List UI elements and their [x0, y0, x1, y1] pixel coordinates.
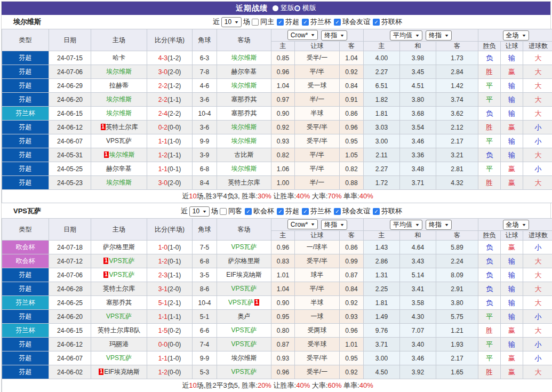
result-handicap: 赢: [501, 351, 523, 365]
odds-group-header: 全场▼: [478, 29, 552, 42]
away-team: VPS瓦萨: [217, 241, 271, 254]
fulltime-score: 1-2: [158, 258, 167, 265]
odds-source-select[interactable]: 全场▼: [503, 30, 529, 41]
halftime-score: (1-2): [167, 54, 181, 62]
fulltime-score: 3-0: [158, 179, 167, 187]
corners: 10-4: [193, 107, 217, 121]
avg-home-odds: 3.00: [364, 351, 400, 365]
handicap-home-odds: 0.96: [271, 65, 295, 79]
same-venue-checkbox[interactable]: [252, 19, 259, 26]
match-score: 2-2(1-1): [147, 93, 193, 107]
result-win-draw-loss: 平: [478, 351, 501, 365]
match-score: 2-3(1-1): [147, 268, 193, 282]
avg-draw-odds: 3.48: [400, 162, 436, 176]
league-filter-checkbox[interactable]: ✓: [245, 208, 252, 215]
corners: 3-9: [193, 148, 217, 162]
league-badge: 芬超: [2, 365, 49, 379]
team-name: VPS瓦萨: [106, 313, 132, 320]
match-score: 1-5(0-2): [147, 324, 193, 338]
league-filter-checkbox[interactable]: ✓: [277, 19, 284, 26]
fulltime-score: 3-1: [158, 285, 167, 293]
odds-source-select[interactable]: 终指▼: [321, 30, 347, 41]
avg-home-odds: 1.43: [364, 241, 400, 254]
home-team: 1英特土尔库: [91, 121, 147, 134]
team-name: VPS瓦萨: [106, 354, 132, 362]
layout-radio-unselected[interactable]: 横版: [294, 3, 316, 13]
match-date: 24-05-25: [49, 162, 91, 176]
odds-source-select[interactable]: 终指▼: [321, 220, 347, 230]
result-goals: 大: [523, 148, 552, 162]
league-filter-checkbox[interactable]: ✓: [373, 208, 380, 215]
match-date: 24-06-15: [49, 107, 91, 121]
fulltime-score: 2-2: [158, 96, 167, 103]
league-filter-checkbox[interactable]: ✓: [373, 19, 380, 26]
league-badge: 芬兰杯: [2, 296, 49, 310]
filter-controls: 近10▼场同客✓欧会杯✓芬超✓芬兰杯✓球会友谊✓芬联杯: [181, 206, 403, 217]
result-win-draw-loss: 胜: [478, 365, 501, 379]
away-team: 埃尔维斯: [217, 351, 271, 365]
league-filter-checkbox[interactable]: ✓: [334, 208, 341, 215]
odds-source-select[interactable]: 终指▼: [426, 30, 452, 41]
handicap-away-odds: 0.88: [340, 176, 364, 190]
league-badge: 芬超: [2, 176, 49, 190]
radio-label: 竖版: [281, 3, 294, 13]
layout-radio-selected[interactable]: 竖版: [273, 3, 294, 13]
odds-source-select[interactable]: 平均值▼: [390, 30, 422, 41]
games-count-select[interactable]: 10▼: [189, 206, 210, 217]
sub-col-header: 客: [340, 231, 364, 241]
home-team: VPS瓦萨: [91, 310, 147, 324]
sub-col-header: 让球: [295, 231, 340, 241]
home-team: 1VPS瓦萨: [91, 254, 147, 268]
fulltime-score: 1-1: [158, 355, 167, 362]
result-goals: 大: [523, 79, 552, 93]
avg-away-odds: 1.42: [436, 79, 478, 93]
result-goals: 小: [523, 134, 552, 148]
col-header: 比分(半场): [147, 29, 193, 51]
handicap-away-odds: 1.01: [340, 338, 364, 351]
corners: 3-6: [193, 93, 217, 107]
team-name: 埃尔维斯: [231, 82, 257, 89]
handicap-away-odds: 0.95: [340, 134, 364, 148]
dropdown-value: 平均值: [393, 31, 412, 40]
handicap-away-odds: 0.99: [340, 254, 364, 268]
avg-away-odds: 5.75: [436, 310, 478, 324]
match-row: 芬超24-06-29拉赫蒂2-2(1-2)4-6埃尔维斯1.04受一球0.846…: [2, 79, 552, 93]
home-team: 1埃尔维斯: [91, 148, 147, 162]
league-filter-checkbox[interactable]: ✓: [277, 208, 284, 215]
odds-source-select[interactable]: 全场▼: [503, 220, 529, 230]
corners: 8-4: [193, 176, 217, 190]
team-name: VPS瓦萨: [231, 368, 257, 375]
odds-source-select[interactable]: 终指▼: [426, 220, 452, 230]
team-name: 埃尔维斯: [106, 179, 132, 186]
match-score: 3-0(2-0): [147, 65, 193, 79]
page-title: 近期战绩: [236, 4, 268, 13]
match-row: 欧会杯24-07-121VPS瓦萨1-2(0-1)6-8萨尔格里斯0.83受平/…: [2, 254, 552, 268]
match-row: 芬兰杯24-06-15埃尔维斯2-4(2-2)10-4塞那乔其0.90半球0.8…: [2, 107, 552, 121]
match-row: 芬超24-06-12玛丽港0-0(0-0)7-4VPS瓦萨0.87受半球1.01…: [2, 338, 552, 351]
sub-col-header: 和: [400, 231, 436, 241]
fulltime-score: 1-1: [158, 165, 167, 173]
summary-segment: 40%: [296, 192, 310, 200]
fulltime-score: 4-3: [158, 54, 167, 62]
same-venue-checkbox[interactable]: [220, 208, 227, 215]
radio-label: 横版: [302, 3, 316, 13]
corners: 6-3: [193, 51, 217, 65]
games-count-select[interactable]: 10▼: [221, 17, 242, 27]
result-handicap: 输: [501, 93, 523, 107]
league-filter-checkbox[interactable]: ✓: [334, 19, 341, 26]
avg-home-odds: 4.50: [364, 365, 400, 379]
home-team: 埃尔维斯: [91, 65, 147, 79]
odds-source-select[interactable]: 平均值▼: [390, 220, 422, 230]
match-row: 芬超24-07-15哈卡4-3(1-2)6-3埃尔维斯0.85受半/一1.044…: [2, 51, 552, 65]
league-filter-checkbox[interactable]: ✓: [302, 208, 309, 215]
league-filter-checkbox[interactable]: ✓: [302, 19, 309, 26]
team-name: 塞那乔其: [106, 299, 132, 306]
red-card-badge: 1: [103, 271, 108, 278]
handicap-home-odds: 0.80: [271, 324, 295, 338]
fulltime-score: 2-4: [158, 110, 167, 117]
odds-source-select[interactable]: Crow*▼: [287, 219, 318, 229]
home-team: 埃尔维斯: [91, 93, 147, 107]
odds-source-select[interactable]: Crow*▼: [287, 30, 318, 40]
result-goals: 大: [523, 296, 552, 310]
summary-segment: 大率:: [310, 192, 327, 200]
